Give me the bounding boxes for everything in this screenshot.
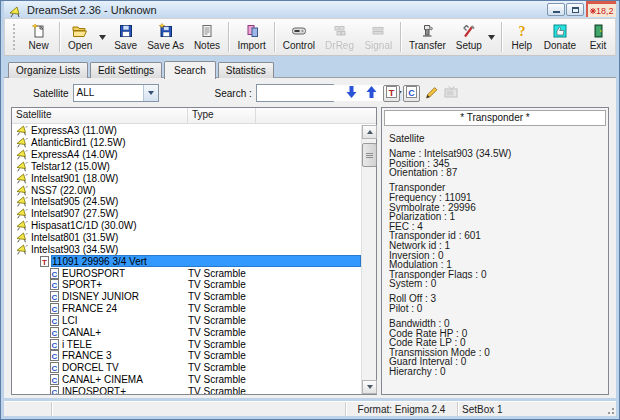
resize-grip[interactable]: [605, 405, 615, 415]
pencil-icon: [424, 85, 439, 102]
search-label: Search :: [215, 88, 252, 99]
satellite-row[interactable]: AtlanticBird1 (12.5W): [12, 137, 361, 149]
channel-row[interactable]: CINFOSPORT+TV Scramble: [12, 386, 361, 394]
satellite-row[interactable]: Intelsat901 (18.0W): [12, 172, 361, 184]
vertical-scrollbar[interactable]: [361, 125, 376, 394]
scroll-up-icon[interactable]: [362, 125, 377, 139]
details-line: Guard Interval : 0: [389, 357, 608, 367]
tab-organize-lists[interactable]: Organize Lists: [8, 62, 88, 78]
satellite-row[interactable]: Intelsat905 (24.5W): [12, 196, 361, 208]
satellite-row[interactable]: Intelsat801 (31.5W): [12, 232, 361, 244]
tab-edit-settings[interactable]: Edit Settings: [90, 62, 162, 78]
letter-c-icon: C: [406, 86, 417, 100]
svg-text:C: C: [52, 293, 58, 302]
tree-item-label: CANAL+ CINEMA: [62, 374, 143, 385]
satellite-row[interactable]: NSS7 (22.0W): [12, 184, 361, 196]
donate-icon: [552, 23, 568, 39]
tree-item-label: Intelsat903 (34.5W): [31, 244, 118, 255]
transponder-row[interactable]: T11091 29996 3/4 Vert: [12, 255, 361, 267]
toolbar-dropdown-arrow-icon[interactable]: [98, 22, 107, 52]
toolbar-button-open[interactable]: Open: [62, 20, 97, 54]
tree-column-header-satellite[interactable]: Satellite: [12, 108, 188, 123]
minimize-button[interactable]: [547, 3, 565, 16]
satellite-row[interactable]: Intelsat907 (27.5W): [12, 208, 361, 220]
tree-item-type: TV Scramble: [188, 374, 246, 385]
details-line: Polarization : 1: [389, 212, 608, 222]
toolbar-dropdown-arrow-icon[interactable]: [487, 22, 496, 52]
scroll-down-icon[interactable]: [362, 380, 377, 394]
satellite-row[interactable]: Hispasat1C/1D (30.0W): [12, 220, 361, 232]
svg-text:C: C: [52, 387, 58, 394]
satellite-row[interactable]: Telstar12 (15.0W): [12, 161, 361, 173]
tree-item-type: TV Scramble: [188, 291, 246, 302]
channel-row[interactable]: CLCITV Scramble: [12, 315, 361, 327]
toolbar-button-setup[interactable]: Setup: [450, 20, 487, 54]
toolbar-button-label: Save As: [147, 40, 184, 51]
letter-c-button[interactable]: C: [403, 85, 420, 102]
tree-item-label: Telstar12 (15.0W): [31, 161, 110, 172]
chevron-down-icon[interactable]: [143, 85, 158, 101]
pencil-button[interactable]: [423, 85, 440, 102]
toolbar-button-save-as[interactable]: Save As: [143, 20, 189, 54]
exit-icon: [590, 23, 606, 39]
details-line: Roll Off : 3: [389, 294, 608, 304]
tab-search[interactable]: Search: [164, 61, 216, 79]
arrow-up-button[interactable]: [363, 85, 380, 102]
scrollbar-thumb[interactable]: [362, 143, 377, 167]
status-setbox-1: SetBox 1: [458, 402, 616, 416]
toolbar-button-transfer[interactable]: Transfer: [404, 20, 450, 54]
details-line: Hierarchy : 0: [389, 367, 608, 377]
toolbar-button-label: Donate: [544, 40, 576, 51]
satellite-row[interactable]: ExpressA4 (14.0W): [12, 149, 361, 161]
satellite-row[interactable]: Intelsat903 (34.5W): [12, 243, 361, 255]
search-combobox[interactable]: [256, 84, 334, 102]
toolbar-button-label: Exit: [590, 40, 607, 51]
channel-row[interactable]: CDORCEL TVTV Scramble: [12, 362, 361, 374]
toolbar-button-help[interactable]: ?Help: [505, 20, 539, 54]
tree-item-label: SPORT+: [62, 279, 102, 290]
channel-icon: C: [50, 327, 59, 338]
channel-row[interactable]: CCANAL+TV Scramble: [12, 326, 361, 338]
toolbar-button-notes[interactable]: Notes: [189, 20, 226, 54]
channel-row[interactable]: CSPORT+TV Scramble: [12, 279, 361, 291]
toolbar-button-signal[interactable]: Signal: [359, 20, 397, 54]
satellite-row[interactable]: ExpressA3 (11.0W): [12, 125, 361, 137]
transfer-icon: [419, 23, 435, 39]
channel-icon: C: [50, 303, 59, 314]
tab-statistics[interactable]: Statistics: [218, 62, 274, 78]
channel-row[interactable]: CEUROSPORTTV Scramble: [12, 267, 361, 279]
control-icon: [291, 23, 307, 39]
satellite-icon: [16, 173, 28, 184]
arrow-down-button[interactable]: [343, 85, 360, 102]
tree-header: SatelliteType: [12, 108, 376, 124]
channel-row[interactable]: CFRANCE 24TV Scramble: [12, 303, 361, 315]
svg-text:C: C: [52, 376, 58, 385]
satellite-icon: [16, 220, 28, 231]
toolbar-button-save[interactable]: Save: [109, 20, 143, 54]
satellite-icon: [16, 232, 28, 243]
channel-row[interactable]: Ci TELETV Scramble: [12, 338, 361, 350]
toolbar-button-control[interactable]: Control: [278, 20, 320, 54]
svg-text:C: C: [52, 305, 58, 314]
satellite-combobox[interactable]: ALL: [73, 84, 159, 102]
channel-row[interactable]: CDISNEY JUNIORTV Scramble: [12, 291, 361, 303]
toolbar-button-drreg[interactable]: DrReg: [320, 20, 359, 54]
status-format-enigma-2-4: Format: Enigma 2.4: [346, 402, 458, 416]
channel-row[interactable]: CCANAL+ CINEMATV Scramble: [12, 374, 361, 386]
search-tab-panel: Satellite ALL Search : TC SatelliteType …: [4, 77, 616, 398]
tree-item-label: Hispasat1C/1D (30.0W): [31, 220, 137, 231]
toolbar-button-import[interactable]: Import: [232, 20, 271, 54]
tree-column-header-empty[interactable]: [256, 108, 376, 123]
notes-icon: [199, 23, 215, 39]
channel-row[interactable]: CFRANCE 3TV Scramble: [12, 350, 361, 362]
toolbar-button-donate[interactable]: Donate: [539, 20, 581, 54]
letter-t-button[interactable]: T: [383, 85, 400, 102]
satellite-icon: [16, 149, 28, 160]
new-icon: [31, 23, 47, 39]
toolbar-button-exit[interactable]: Exit: [581, 20, 615, 54]
tree-column-header-type[interactable]: Type: [188, 108, 256, 123]
toolbar-button-new[interactable]: New: [22, 20, 56, 54]
channel-icon: C: [50, 350, 59, 361]
tree-item-type: TV Scramble: [188, 386, 246, 394]
maximize-button[interactable]: [566, 3, 584, 16]
